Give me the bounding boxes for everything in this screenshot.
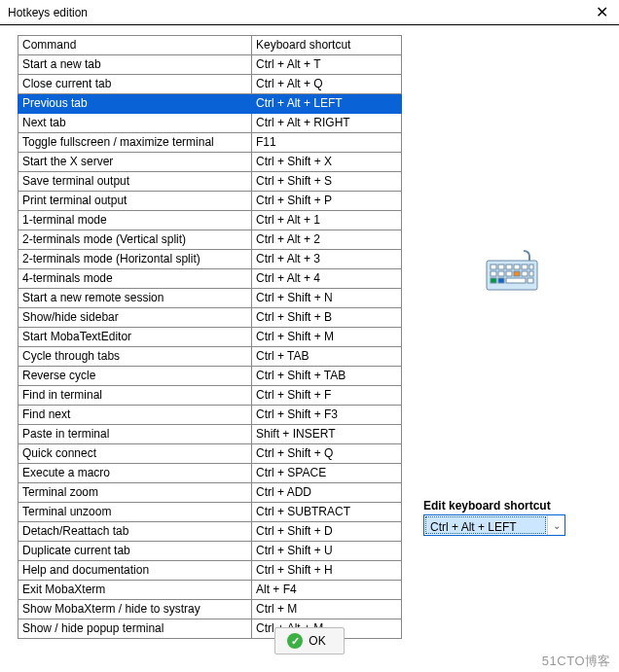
table-row[interactable]: Find in terminalCtrl + Shift + F <box>18 386 402 406</box>
side-panel: Edit keyboard shortcut Ctrl + Alt + LEFT… <box>416 35 619 536</box>
cell-shortcut: Ctrl + Shift + X <box>252 153 402 172</box>
cell-shortcut: Ctrl + Alt + 1 <box>252 211 402 230</box>
cell-shortcut: Ctrl + Shift + F3 <box>252 406 402 425</box>
svg-rect-15 <box>506 278 526 283</box>
cell-shortcut: Ctrl + Shift + P <box>252 192 402 211</box>
keyboard-icon <box>485 249 539 295</box>
table-row[interactable]: Show/hide sidebarCtrl + Shift + B <box>18 308 402 328</box>
table-row[interactable]: Start a new tabCtrl + Alt + T <box>18 55 402 75</box>
table-row[interactable]: Next tabCtrl + Alt + RIGHT <box>18 114 402 133</box>
table-row[interactable]: Start a new remote sessionCtrl + Shift +… <box>18 289 402 308</box>
table-row[interactable]: Duplicate current tabCtrl + Shift + U <box>18 542 402 561</box>
table-row[interactable]: Cycle through tabsCtrl + TAB <box>18 347 402 367</box>
table-row[interactable]: Paste in terminalShift + INSERT <box>18 425 402 444</box>
cell-shortcut: Ctrl + Alt + Q <box>252 75 402 94</box>
svg-rect-9 <box>506 271 512 276</box>
cell-shortcut: Ctrl + Shift + TAB <box>252 367 402 386</box>
cell-shortcut: Ctrl + Alt + 2 <box>252 230 402 250</box>
table-row[interactable]: Reverse cycleCtrl + Shift + TAB <box>18 367 402 386</box>
table-row[interactable]: Close current tabCtrl + Alt + Q <box>18 75 402 94</box>
table-row[interactable]: Print terminal outputCtrl + Shift + P <box>18 192 402 211</box>
cell-command: Duplicate current tab <box>18 542 252 561</box>
table-row[interactable]: Find nextCtrl + Shift + F3 <box>18 406 402 425</box>
table-row[interactable]: Terminal zoomCtrl + ADD <box>18 483 402 503</box>
cell-command: Cycle through tabs <box>18 347 252 367</box>
table-row[interactable]: Toggle fullscreen / maximize terminalF11 <box>18 133 402 153</box>
table-header-row: Command Keyboard shortcut <box>18 36 402 55</box>
cell-shortcut: Ctrl + Alt + LEFT <box>252 94 402 114</box>
window-title: Hotkeys edition <box>8 6 88 19</box>
table-row[interactable]: Save terminal outputCtrl + Shift + S <box>18 172 402 192</box>
cell-command: Find next <box>18 406 252 425</box>
cell-shortcut: Ctrl + M <box>252 600 402 619</box>
svg-rect-11 <box>522 271 528 276</box>
cell-command: Start the X server <box>18 153 252 172</box>
cell-shortcut: Ctrl + Shift + H <box>252 561 402 581</box>
cell-command: Quick connect <box>18 444 252 464</box>
table-row[interactable]: Terminal unzoomCtrl + SUBTRACT <box>18 503 402 522</box>
table-row[interactable]: Start MobaTextEditorCtrl + Shift + M <box>18 328 402 347</box>
cell-shortcut: Ctrl + Alt + 3 <box>252 250 402 269</box>
table-row[interactable]: Start the X serverCtrl + Shift + X <box>18 153 402 172</box>
cell-shortcut: Ctrl + Shift + Q <box>252 444 402 464</box>
table-row[interactable]: 2-terminals mode (Horizontal split)Ctrl … <box>18 250 402 269</box>
ok-button[interactable]: ✓ OK <box>274 627 344 654</box>
cell-command: Reverse cycle <box>18 367 252 386</box>
cell-command: Paste in terminal <box>18 425 252 444</box>
hotkeys-table: Command Keyboard shortcut Start a new ta… <box>18 35 402 639</box>
cell-shortcut: Ctrl + Shift + N <box>252 289 402 308</box>
cell-command: Terminal unzoom <box>18 503 252 522</box>
cell-command: Previous tab <box>18 94 252 114</box>
table-row[interactable]: 4-terminals modeCtrl + Alt + 4 <box>18 269 402 289</box>
content-area: Command Keyboard shortcut Start a new ta… <box>0 25 619 639</box>
cell-shortcut: Shift + INSERT <box>252 425 402 444</box>
table-row[interactable]: Detach/Reattach tabCtrl + Shift + D <box>18 522 402 542</box>
svg-rect-10 <box>514 271 520 276</box>
cell-shortcut: Ctrl + Shift + U <box>252 542 402 561</box>
table-row[interactable]: Quick connectCtrl + Shift + Q <box>18 444 402 464</box>
cell-command: Start a new remote session <box>18 289 252 308</box>
cell-command: Close current tab <box>18 75 252 94</box>
table-row[interactable]: Exit MobaXtermAlt + F4 <box>18 581 402 600</box>
cell-command: Help and documentation <box>18 561 252 581</box>
cell-command: Exit MobaXterm <box>18 581 252 600</box>
table-row[interactable]: Execute a macroCtrl + SPACE <box>18 464 402 483</box>
check-circle-icon: ✓ <box>287 633 303 649</box>
cell-command: 1-terminal mode <box>18 211 252 230</box>
edit-shortcut-area: Edit keyboard shortcut Ctrl + Alt + LEFT… <box>423 499 565 536</box>
cell-shortcut: Ctrl + Shift + M <box>252 328 402 347</box>
svg-rect-2 <box>498 265 504 269</box>
close-icon[interactable]: ✕ <box>592 3 611 21</box>
table-row[interactable]: 1-terminal modeCtrl + Alt + 1 <box>18 211 402 230</box>
table-row[interactable]: 2-terminals mode (Vertical split)Ctrl + … <box>18 230 402 250</box>
edit-shortcut-combobox[interactable]: Ctrl + Alt + LEFT ⌄ <box>423 514 565 536</box>
table-row[interactable]: Show MobaXterm / hide to systrayCtrl + M <box>18 600 402 619</box>
cell-shortcut: Ctrl + ADD <box>252 483 402 503</box>
cell-shortcut: Ctrl + Shift + F <box>252 386 402 406</box>
svg-rect-12 <box>529 271 533 276</box>
cell-command: Start a new tab <box>18 55 252 75</box>
cell-command: 2-terminals mode (Vertical split) <box>18 230 252 250</box>
table-row[interactable]: Previous tabCtrl + Alt + LEFT <box>18 94 402 114</box>
cell-command: Show/hide sidebar <box>18 308 252 328</box>
svg-rect-13 <box>491 278 496 283</box>
edit-shortcut-value[interactable]: Ctrl + Alt + LEFT <box>425 516 546 534</box>
header-shortcut[interactable]: Keyboard shortcut <box>252 36 402 55</box>
cell-shortcut: Alt + F4 <box>252 581 402 600</box>
table-row[interactable]: Help and documentationCtrl + Shift + H <box>18 561 402 581</box>
cell-command: Detach/Reattach tab <box>18 522 252 542</box>
cell-shortcut: Ctrl + Alt + T <box>252 55 402 75</box>
svg-rect-5 <box>522 265 528 269</box>
svg-rect-1 <box>491 265 496 269</box>
cell-shortcut: Ctrl + SPACE <box>252 464 402 483</box>
cell-command: Next tab <box>18 114 252 133</box>
cell-shortcut: F11 <box>252 133 402 153</box>
ok-button-label: OK <box>309 634 325 648</box>
chevron-down-icon[interactable]: ⌄ <box>547 515 564 535</box>
edit-shortcut-label: Edit keyboard shortcut <box>423 499 565 513</box>
cell-shortcut: Ctrl + Alt + 4 <box>252 269 402 289</box>
header-command[interactable]: Command <box>18 36 252 55</box>
svg-rect-6 <box>529 265 533 269</box>
svg-rect-3 <box>506 265 512 269</box>
title-bar: Hotkeys edition ✕ <box>0 0 619 25</box>
